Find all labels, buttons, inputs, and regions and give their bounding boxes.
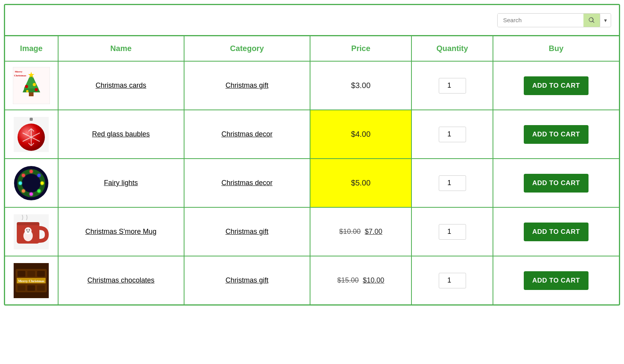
product-image-cell: Merry Christmas xyxy=(5,256,58,304)
header: ▾ xyxy=(5,5,619,36)
svg-point-31 xyxy=(29,169,34,174)
svg-rect-51 xyxy=(27,271,35,277)
table-header-row: Image Name Category Price Quantity Buy xyxy=(5,36,619,61)
product-name-cell: Red glass baubles xyxy=(58,110,184,159)
product-category-cell: Christmas decor xyxy=(184,110,310,159)
product-name-link-baubles[interactable]: Red glass baubles xyxy=(92,130,150,138)
table-row: Red glass baubles Christmas decor $4.00 … xyxy=(5,110,619,159)
svg-rect-55 xyxy=(37,285,45,291)
svg-text:Merry Christmas: Merry Christmas xyxy=(18,279,45,283)
add-to-cart-button-mug[interactable]: ADD TO CART xyxy=(524,223,589,241)
product-category-cell: Christmas gift xyxy=(184,61,310,110)
product-name-cell: Christmas S'more Mug xyxy=(58,207,184,256)
table-row: Fairy lights Christmas decor $5.00 ADD T… xyxy=(5,159,619,207)
table-row: Merry Christmas xyxy=(5,61,619,110)
mug-image xyxy=(14,214,49,249)
add-to-cart-button-baubles[interactable]: ADD TO CART xyxy=(524,125,589,144)
product-quantity-cell xyxy=(411,110,493,159)
page-wrapper: ▾ Image Name Category Price Quantity Buy xyxy=(4,4,620,306)
product-price-cell-yellow: $4.00 xyxy=(310,110,412,159)
product-name-link-chocolates[interactable]: Christmas chocolates xyxy=(87,276,154,284)
category-link-fairy-lights[interactable]: Christmas decor xyxy=(222,179,273,187)
product-buy-cell: ADD TO CART xyxy=(493,256,619,304)
search-button[interactable] xyxy=(583,14,600,27)
product-quantity-cell xyxy=(411,61,493,110)
fairy-lights-image xyxy=(14,166,49,201)
svg-text:Merry: Merry xyxy=(15,70,23,73)
add-to-cart-button-christmas-cards[interactable]: ADD TO CART xyxy=(524,76,589,95)
svg-rect-52 xyxy=(37,271,45,277)
svg-rect-54 xyxy=(27,285,35,291)
product-name-cell: Christmas cards xyxy=(58,61,184,110)
search-icon xyxy=(588,17,595,24)
product-image-chocolates: Merry Christmas xyxy=(13,262,50,299)
search-container: ▾ xyxy=(497,13,611,27)
product-name-cell: Christmas chocolates xyxy=(58,256,184,304)
price-normal: $4.00 xyxy=(351,130,370,138)
svg-rect-45 xyxy=(17,222,39,225)
svg-text:Christmas: Christmas xyxy=(14,74,26,77)
svg-point-10 xyxy=(26,90,28,92)
col-header-category: Category xyxy=(184,36,310,61)
category-link-mug[interactable]: Christmas gift xyxy=(225,228,268,235)
price-discounted: $10.00 xyxy=(363,276,384,284)
svg-point-38 xyxy=(21,173,26,178)
product-name-link-christmas-cards[interactable]: Christmas cards xyxy=(96,81,146,89)
quantity-input-baubles[interactable] xyxy=(439,127,466,142)
quantity-input-christmas-cards[interactable] xyxy=(439,78,466,94)
product-image-christmas-cards: Merry Christmas xyxy=(13,67,50,104)
quantity-input-fairy-lights[interactable] xyxy=(439,175,466,191)
svg-point-34 xyxy=(37,189,41,193)
product-quantity-cell xyxy=(411,159,493,207)
product-name-cell: Fairy lights xyxy=(58,159,184,207)
product-price-cell: $15.00 $10.00 xyxy=(310,256,412,304)
col-header-image: Image xyxy=(5,36,58,61)
add-to-cart-button-chocolates[interactable]: ADD TO CART xyxy=(524,271,589,290)
chocolates-image: Merry Christmas xyxy=(14,263,49,298)
svg-point-36 xyxy=(21,189,26,193)
product-quantity-cell xyxy=(411,207,493,256)
svg-point-9 xyxy=(35,88,38,91)
add-to-cart-button-fairy-lights[interactable]: ADD TO CART xyxy=(524,174,589,193)
dropdown-arrow-button[interactable]: ▾ xyxy=(600,14,611,27)
svg-rect-5 xyxy=(29,92,34,96)
col-header-buy: Buy xyxy=(493,36,619,61)
svg-rect-53 xyxy=(18,285,25,291)
product-buy-cell: ADD TO CART xyxy=(493,159,619,207)
quantity-input-chocolates[interactable] xyxy=(439,273,466,288)
svg-point-35 xyxy=(29,192,34,196)
category-link-christmas-cards[interactable]: Christmas gift xyxy=(225,81,268,89)
svg-point-43 xyxy=(27,229,28,230)
category-link-baubles[interactable]: Christmas decor xyxy=(222,130,273,138)
baubles-image xyxy=(14,117,49,152)
col-header-quantity: Quantity xyxy=(411,36,493,61)
col-header-price: Price xyxy=(310,36,412,61)
product-category-cell: Christmas decor xyxy=(184,159,310,207)
product-buy-cell: ADD TO CART xyxy=(493,110,619,159)
search-input[interactable] xyxy=(498,14,583,27)
product-name-link-fairy-lights[interactable]: Fairy lights xyxy=(104,179,138,187)
svg-point-8 xyxy=(33,83,36,86)
product-category-cell: Christmas gift xyxy=(184,207,310,256)
product-image-cell xyxy=(5,159,58,207)
product-table: Image Name Category Price Quantity Buy M… xyxy=(5,36,619,304)
product-price-cell: $10.00 $7.00 xyxy=(310,207,412,256)
quantity-input-mug[interactable] xyxy=(439,224,466,240)
product-image-mug xyxy=(13,213,50,250)
category-link-chocolates[interactable]: Christmas gift xyxy=(225,276,268,284)
product-quantity-cell xyxy=(411,256,493,304)
product-image-baubles xyxy=(13,116,50,153)
svg-point-44 xyxy=(29,229,30,230)
product-image-cell xyxy=(5,110,58,159)
product-name-link-mug[interactable]: Christmas S'more Mug xyxy=(85,228,156,235)
price-strikethrough: $15.00 xyxy=(337,276,359,284)
svg-rect-50 xyxy=(18,271,25,277)
price-normal: $5.00 xyxy=(351,178,370,187)
product-buy-cell: ADD TO CART xyxy=(493,207,619,256)
price-normal: $3.00 xyxy=(351,81,370,90)
product-image-cell: Merry Christmas xyxy=(5,61,58,110)
price-strikethrough: $10.00 xyxy=(339,228,361,235)
table-row: Christmas S'more Mug Christmas gift $10.… xyxy=(5,207,619,256)
price-discounted: $7.00 xyxy=(365,228,382,235)
svg-point-33 xyxy=(40,181,44,186)
